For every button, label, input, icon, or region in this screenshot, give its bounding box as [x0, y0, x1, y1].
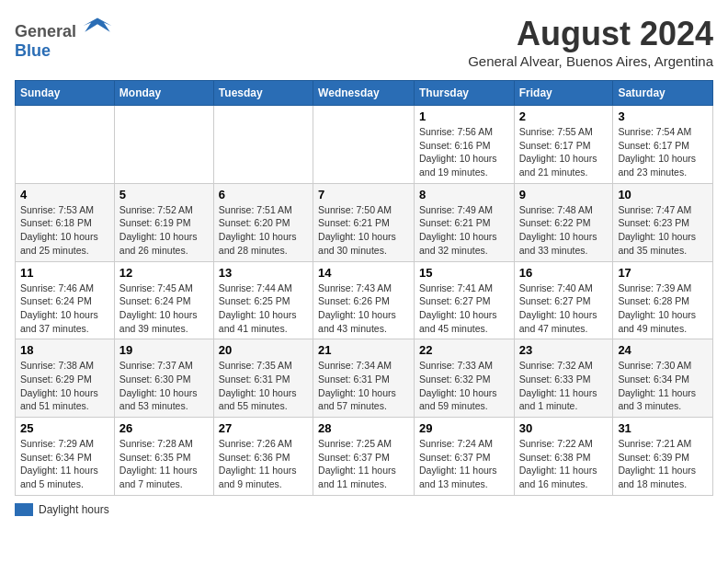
calendar-cell: 31Sunrise: 7:21 AM Sunset: 6:39 PM Dayli… — [613, 418, 713, 496]
column-header-wednesday: Wednesday — [313, 81, 415, 106]
calendar-cell: 23Sunrise: 7:32 AM Sunset: 6:33 PM Dayli… — [514, 339, 613, 418]
day-info: Sunrise: 7:49 AM Sunset: 6:21 PM Dayligh… — [419, 203, 509, 258]
column-header-tuesday: Tuesday — [213, 81, 313, 106]
logo-general-text: General — [15, 15, 114, 41]
day-number: 23 — [519, 343, 609, 357]
day-number: 25 — [20, 421, 109, 435]
calendar-header-row: SundayMondayTuesdayWednesdayThursdayFrid… — [16, 81, 713, 106]
column-header-monday: Monday — [114, 81, 213, 106]
day-info: Sunrise: 7:35 AM Sunset: 6:31 PM Dayligh… — [219, 359, 308, 413]
day-number: 5 — [119, 188, 209, 201]
day-info: Sunrise: 7:53 AM Sunset: 6:18 PM Dayligh… — [20, 203, 109, 258]
calendar-cell: 5Sunrise: 7:52 AM Sunset: 6:19 PM Daylig… — [114, 183, 213, 261]
day-number: 26 — [119, 421, 209, 435]
day-info: Sunrise: 7:43 AM Sunset: 6:26 PM Dayligh… — [318, 282, 409, 336]
day-number: 19 — [119, 343, 209, 357]
calendar-cell: 1Sunrise: 7:56 AM Sunset: 6:16 PM Daylig… — [414, 106, 514, 184]
calendar-week-row-3: 11Sunrise: 7:46 AM Sunset: 6:24 PM Dayli… — [16, 261, 713, 339]
logo: General Blue — [15, 15, 114, 61]
day-info: Sunrise: 7:55 AM Sunset: 6:17 PM Dayligh… — [519, 125, 609, 179]
column-header-friday: Friday — [514, 81, 613, 106]
calendar-cell: 2Sunrise: 7:55 AM Sunset: 6:17 PM Daylig… — [514, 106, 613, 184]
day-info: Sunrise: 7:25 AM Sunset: 6:37 PM Dayligh… — [318, 437, 409, 491]
day-info: Sunrise: 7:46 AM Sunset: 6:24 PM Dayligh… — [20, 282, 109, 336]
calendar-cell: 4Sunrise: 7:53 AM Sunset: 6:18 PM Daylig… — [16, 183, 115, 261]
day-number: 2 — [519, 109, 609, 123]
day-number: 11 — [20, 266, 109, 280]
calendar-cell — [313, 106, 415, 184]
day-number: 7 — [318, 188, 409, 201]
day-number: 3 — [618, 109, 708, 123]
calendar-cell: 3Sunrise: 7:54 AM Sunset: 6:17 PM Daylig… — [613, 106, 713, 184]
legend-color-swatch — [15, 503, 33, 516]
day-info: Sunrise: 7:32 AM Sunset: 6:33 PM Dayligh… — [519, 359, 609, 413]
calendar-cell: 20Sunrise: 7:35 AM Sunset: 6:31 PM Dayli… — [213, 339, 313, 418]
day-info: Sunrise: 7:54 AM Sunset: 6:17 PM Dayligh… — [618, 125, 708, 179]
calendar-cell: 24Sunrise: 7:30 AM Sunset: 6:34 PM Dayli… — [613, 339, 713, 418]
day-number: 14 — [318, 266, 409, 280]
day-number: 8 — [419, 188, 509, 201]
column-header-saturday: Saturday — [613, 81, 713, 106]
calendar-cell: 22Sunrise: 7:33 AM Sunset: 6:32 PM Dayli… — [414, 339, 514, 418]
calendar-cell: 13Sunrise: 7:44 AM Sunset: 6:25 PM Dayli… — [213, 261, 313, 339]
day-number: 10 — [618, 188, 708, 201]
month-year-title: August 2024 — [468, 15, 713, 53]
day-info: Sunrise: 7:45 AM Sunset: 6:24 PM Dayligh… — [119, 282, 209, 336]
day-number: 12 — [119, 266, 209, 280]
day-number: 21 — [318, 343, 409, 357]
calendar-cell: 10Sunrise: 7:47 AM Sunset: 6:23 PM Dayli… — [613, 183, 713, 261]
calendar-cell — [114, 106, 213, 184]
column-header-sunday: Sunday — [16, 81, 115, 106]
calendar-cell: 18Sunrise: 7:38 AM Sunset: 6:29 PM Dayli… — [16, 339, 115, 418]
calendar-cell: 6Sunrise: 7:51 AM Sunset: 6:20 PM Daylig… — [213, 183, 313, 261]
day-number: 15 — [419, 266, 509, 280]
day-number: 31 — [618, 421, 708, 435]
day-info: Sunrise: 7:28 AM Sunset: 6:35 PM Dayligh… — [119, 437, 209, 491]
day-number: 30 — [519, 421, 609, 435]
day-number: 29 — [419, 421, 509, 435]
calendar-week-row-4: 18Sunrise: 7:38 AM Sunset: 6:29 PM Dayli… — [16, 339, 713, 418]
day-number: 13 — [219, 266, 308, 280]
day-info: Sunrise: 7:56 AM Sunset: 6:16 PM Dayligh… — [419, 125, 509, 179]
calendar-cell — [16, 106, 115, 184]
calendar-week-row-2: 4Sunrise: 7:53 AM Sunset: 6:18 PM Daylig… — [16, 183, 713, 261]
calendar-cell: 21Sunrise: 7:34 AM Sunset: 6:31 PM Dayli… — [313, 339, 415, 418]
day-info: Sunrise: 7:33 AM Sunset: 6:32 PM Dayligh… — [419, 359, 509, 413]
calendar-cell: 26Sunrise: 7:28 AM Sunset: 6:35 PM Dayli… — [114, 418, 213, 496]
day-number: 9 — [519, 188, 609, 201]
calendar-cell: 9Sunrise: 7:48 AM Sunset: 6:22 PM Daylig… — [514, 183, 613, 261]
day-number: 16 — [519, 266, 609, 280]
logo-bird-icon — [81, 15, 114, 37]
day-info: Sunrise: 7:38 AM Sunset: 6:29 PM Dayligh… — [20, 359, 109, 413]
calendar-cell — [213, 106, 313, 184]
calendar-week-row-5: 25Sunrise: 7:29 AM Sunset: 6:34 PM Dayli… — [16, 418, 713, 496]
calendar-cell: 27Sunrise: 7:26 AM Sunset: 6:36 PM Dayli… — [213, 418, 313, 496]
calendar-cell: 14Sunrise: 7:43 AM Sunset: 6:26 PM Dayli… — [313, 261, 415, 339]
day-info: Sunrise: 7:44 AM Sunset: 6:25 PM Dayligh… — [219, 282, 308, 336]
day-info: Sunrise: 7:26 AM Sunset: 6:36 PM Dayligh… — [219, 437, 308, 491]
calendar-week-row-1: 1Sunrise: 7:56 AM Sunset: 6:16 PM Daylig… — [16, 106, 713, 184]
day-number: 22 — [419, 343, 509, 357]
calendar-cell: 29Sunrise: 7:24 AM Sunset: 6:37 PM Dayli… — [414, 418, 514, 496]
header: General Blue August 2024 General Alvear,… — [15, 15, 713, 69]
calendar-table: SundayMondayTuesdayWednesdayThursdayFrid… — [15, 80, 713, 496]
day-info: Sunrise: 7:22 AM Sunset: 6:38 PM Dayligh… — [519, 437, 609, 491]
calendar-cell: 19Sunrise: 7:37 AM Sunset: 6:30 PM Dayli… — [114, 339, 213, 418]
location-subtitle: General Alvear, Buenos Aires, Argentina — [468, 53, 713, 69]
day-number: 27 — [219, 421, 308, 435]
day-info: Sunrise: 7:34 AM Sunset: 6:31 PM Dayligh… — [318, 359, 409, 413]
day-number: 17 — [618, 266, 708, 280]
day-info: Sunrise: 7:41 AM Sunset: 6:27 PM Dayligh… — [419, 282, 509, 336]
calendar-cell: 12Sunrise: 7:45 AM Sunset: 6:24 PM Dayli… — [114, 261, 213, 339]
day-info: Sunrise: 7:51 AM Sunset: 6:20 PM Dayligh… — [219, 203, 308, 258]
day-info: Sunrise: 7:40 AM Sunset: 6:27 PM Dayligh… — [519, 282, 609, 336]
day-number: 6 — [219, 188, 308, 201]
day-number: 24 — [618, 343, 708, 357]
legend: Daylight hours — [15, 503, 713, 516]
calendar-cell: 28Sunrise: 7:25 AM Sunset: 6:37 PM Dayli… — [313, 418, 415, 496]
day-info: Sunrise: 7:37 AM Sunset: 6:30 PM Dayligh… — [119, 359, 209, 413]
legend-label: Daylight hours — [39, 503, 109, 516]
calendar-cell: 30Sunrise: 7:22 AM Sunset: 6:38 PM Dayli… — [514, 418, 613, 496]
day-info: Sunrise: 7:24 AM Sunset: 6:37 PM Dayligh… — [419, 437, 509, 491]
day-info: Sunrise: 7:50 AM Sunset: 6:21 PM Dayligh… — [318, 203, 409, 258]
